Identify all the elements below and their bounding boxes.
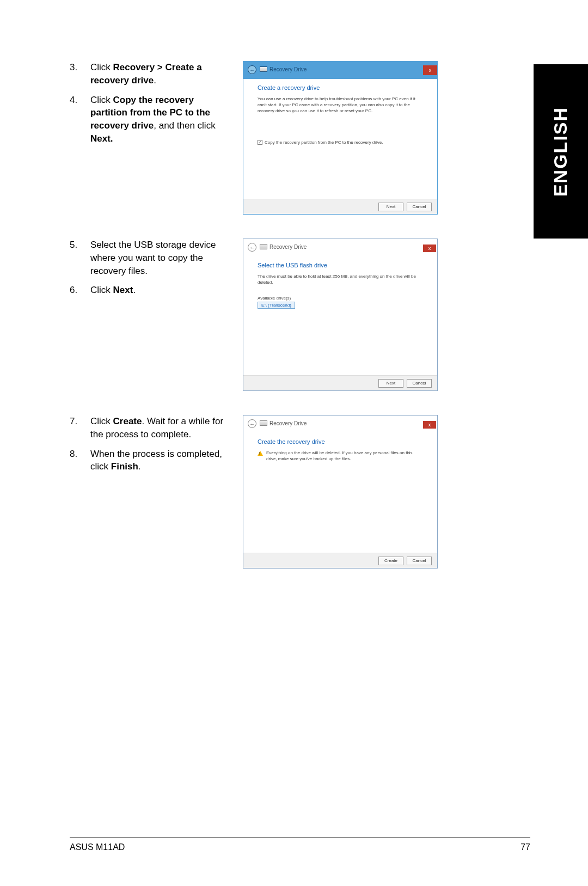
- step-text: When the process is completed, click Fin…: [90, 448, 228, 474]
- step-block-3: 7. Click Create. Wait for a while for th…: [70, 415, 516, 569]
- footer-rule: [70, 838, 530, 838]
- back-icon[interactable]: ←: [248, 243, 256, 252]
- step-number: 3.: [70, 61, 81, 87]
- window-title: Recovery Drive: [270, 420, 307, 426]
- window-title: Recovery Drive: [270, 244, 307, 250]
- window-body: Create the recovery drive Everything on …: [243, 433, 437, 553]
- language-tab: ENGLISH: [534, 64, 588, 239]
- cancel-button[interactable]: Cancel: [407, 379, 432, 388]
- step-7: 7. Click Create. Wait for a while for th…: [70, 415, 228, 441]
- close-icon[interactable]: x: [423, 65, 437, 75]
- window-footer: Next Cancel: [243, 375, 437, 390]
- step-number: 5.: [70, 239, 81, 277]
- step-number: 6.: [70, 284, 81, 297]
- warning-text: Everything on the drive will be deleted.…: [266, 450, 423, 462]
- window-title: Recovery Drive: [270, 66, 307, 72]
- next-button[interactable]: Next: [378, 379, 403, 388]
- step-5: 5. Select the USB storage device where y…: [70, 239, 228, 277]
- cancel-button[interactable]: Cancel: [407, 203, 432, 211]
- drive-icon: [260, 420, 267, 426]
- window-body: Create a recovery drive You can use a re…: [243, 79, 437, 199]
- step-6: 6. Click Next.: [70, 284, 228, 297]
- language-tab-label: ENGLISH: [550, 106, 572, 196]
- step-number: 4.: [70, 94, 81, 145]
- step-block-2: 5. Select the USB storage device where y…: [70, 239, 516, 391]
- step-4: 4. Click Copy the recovery partition fro…: [70, 94, 228, 145]
- drive-icon: [260, 244, 267, 249]
- step-block-1: 3. Click Recovery > Create a recovery dr…: [70, 61, 516, 215]
- recovery-window-2: ← Recovery Drive x Select the USB flash …: [243, 239, 438, 391]
- window-footer: Next Cancel: [243, 199, 437, 214]
- step-text: Click Create. Wait for a while for the p…: [90, 415, 228, 441]
- step-number: 8.: [70, 448, 81, 474]
- instruction-list-2: 5. Select the USB storage device where y…: [70, 239, 228, 391]
- recovery-window-3: ← Recovery Drive x Create the recovery d…: [243, 415, 438, 569]
- available-drives-label: Available drive(s): [258, 296, 423, 301]
- window-footer: Create Cancel: [243, 553, 437, 568]
- step-text: Click Next.: [90, 284, 228, 297]
- next-button[interactable]: Next: [378, 203, 403, 211]
- copy-partition-checkbox[interactable]: ✓ Copy the recovery partition from the P…: [258, 140, 423, 145]
- recovery-window-1: ← Recovery Drive x Create a recovery dri…: [243, 61, 438, 215]
- window-heading: Select the USB flash drive: [258, 262, 423, 268]
- back-icon[interactable]: ←: [248, 419, 256, 428]
- step-text: Select the USB storage device where you …: [90, 239, 228, 277]
- window-description: You can use a recovery drive to help tro…: [258, 96, 423, 114]
- close-icon[interactable]: x: [423, 421, 436, 429]
- window-titlebar: ← Recovery Drive x: [243, 415, 437, 433]
- warning-line: Everything on the drive will be deleted.…: [258, 450, 423, 462]
- footer-page-number: 77: [520, 842, 530, 852]
- close-icon[interactable]: x: [423, 245, 436, 252]
- window-titlebar: ← Recovery Drive x: [243, 62, 437, 79]
- checkbox-icon: ✓: [258, 140, 262, 145]
- window-heading: Create a recovery drive: [258, 84, 423, 91]
- cancel-button[interactable]: Cancel: [407, 557, 432, 565]
- footer-product: ASUS M11AD: [70, 842, 125, 852]
- checkbox-label: Copy the recovery partition from the PC …: [265, 140, 383, 145]
- create-button[interactable]: Create: [378, 557, 403, 565]
- window-body: Select the USB flash drive The drive mus…: [243, 256, 437, 375]
- step-3: 3. Click Recovery > Create a recovery dr…: [70, 61, 228, 87]
- page-footer: ASUS M11AD 77: [70, 842, 530, 852]
- instruction-list-3: 7. Click Create. Wait for a while for th…: [70, 415, 228, 569]
- back-icon[interactable]: ←: [248, 65, 256, 74]
- window-heading: Create the recovery drive: [258, 438, 423, 445]
- window-description: The drive must be able to hold at least …: [258, 274, 423, 286]
- step-8: 8. When the process is completed, click …: [70, 448, 228, 474]
- page-content: 3. Click Recovery > Create a recovery dr…: [70, 61, 516, 592]
- step-text: Click Copy the recovery partition from t…: [90, 94, 228, 145]
- instruction-list-1: 3. Click Recovery > Create a recovery dr…: [70, 61, 228, 215]
- step-number: 7.: [70, 415, 81, 441]
- drive-list-item[interactable]: E:\ (Transcend): [258, 302, 295, 309]
- warning-icon: [258, 451, 263, 456]
- window-titlebar: ← Recovery Drive x: [243, 239, 437, 256]
- step-text: Click Recovery > Create a recovery drive…: [90, 61, 228, 87]
- drive-icon: [260, 66, 267, 72]
